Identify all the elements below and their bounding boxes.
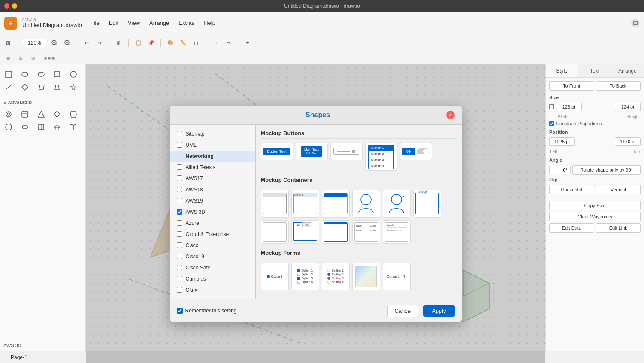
shape-adv3[interactable] <box>35 108 47 120</box>
height-field[interactable] <box>615 103 641 111</box>
shape-adv7[interactable] <box>19 121 31 133</box>
menu-extras[interactable]: Extras <box>177 19 196 27</box>
to-front-btn[interactable]: To Front <box>549 81 594 91</box>
advanced-title[interactable]: ⊳ Advanced <box>3 99 83 107</box>
sidebar-item-aws19[interactable]: AWS19 <box>170 195 255 206</box>
shape-parallelogram[interactable] <box>35 81 47 93</box>
add-btn[interactable]: + <box>243 38 252 48</box>
fullscreen-btn[interactable] <box>631 19 640 27</box>
waypoint-btn[interactable]: ⤼ <box>224 38 233 48</box>
shape-adv8[interactable] <box>35 121 47 133</box>
angle-field[interactable] <box>549 166 571 174</box>
mockup-btn-3[interactable] <box>330 143 363 160</box>
fill-btn[interactable]: 🎨 <box>166 38 175 48</box>
sidebar-item-ciscosafe[interactable]: Cisco Safe <box>170 262 255 273</box>
flip-vertical-btn[interactable]: Vertical <box>596 185 641 194</box>
shape-rect[interactable] <box>3 68 15 80</box>
zoom-out-btn[interactable] <box>63 38 72 48</box>
mockup-form-1[interactable]: Option 1 <box>261 263 289 290</box>
mockup-container-10[interactable]: LabelValue LabelValue <box>352 220 380 244</box>
shape-diamond[interactable] <box>19 81 31 93</box>
delete-btn[interactable]: 🗑 <box>114 38 124 48</box>
cisco19-checkbox[interactable] <box>177 254 182 259</box>
sitemap-checkbox[interactable] <box>177 131 182 136</box>
shape-line[interactable] <box>3 81 15 93</box>
tab-text[interactable]: Text <box>578 64 611 77</box>
sidebar-item-alliedtelesis[interactable]: Allied Telesis <box>170 162 255 173</box>
sidebar-item-aws17[interactable]: AWS17 <box>170 173 255 184</box>
mockup-container-7[interactable] <box>261 220 289 244</box>
menu-view[interactable]: View <box>126 19 142 27</box>
shape-adv5[interactable] <box>67 108 79 120</box>
shape-adv9[interactable] <box>51 121 63 133</box>
add-page-btn[interactable]: + <box>3 354 6 360</box>
shape-rounded[interactable] <box>19 68 31 80</box>
undo-btn[interactable]: ↩ <box>82 38 91 48</box>
shape-ellipse[interactable] <box>35 68 47 80</box>
aws19-checkbox[interactable] <box>177 198 182 203</box>
tab-arrange[interactable]: Arrange <box>611 64 644 77</box>
sidebar-item-cloudenterprise[interactable]: Cloud & Enterprise <box>170 229 255 240</box>
sidebar-item-sitemap[interactable]: Sitemap <box>170 128 255 139</box>
shape-adv10[interactable] <box>67 121 79 133</box>
sidebar-item-cisco19[interactable]: Cisco19 <box>170 251 255 262</box>
zoom-in-btn[interactable] <box>50 38 59 48</box>
shape-trapezoid[interactable] <box>51 81 63 93</box>
cisco-checkbox[interactable] <box>177 242 182 248</box>
canvas-area[interactable]: Shapes × Sitemap UML <box>86 64 545 363</box>
remember-checkbox[interactable] <box>177 308 183 314</box>
redo-btn[interactable]: ↪ <box>95 38 104 48</box>
sidebar-item-aws3d[interactable]: AWS 3D <box>170 206 255 218</box>
uml-checkbox[interactable] <box>177 142 182 148</box>
mockup-container-8[interactable]: Tab Tab <box>291 220 319 244</box>
shape-star[interactable] <box>67 81 79 93</box>
citrix-checkbox[interactable] <box>177 287 182 293</box>
mockup-container-1[interactable] <box>261 190 289 218</box>
mockup-btn-4[interactable]: Button 1 Button 2 Button 3 Button 4 <box>365 143 397 171</box>
mockup-container-11[interactable]: Header Content area <box>383 220 411 244</box>
aws3d-checkbox[interactable] <box>177 209 182 215</box>
aws18-checkbox[interactable] <box>177 187 182 192</box>
shape-adv6[interactable] <box>3 121 15 133</box>
add-page-icon[interactable]: + <box>32 354 35 360</box>
mockup-container-5[interactable] <box>383 190 411 218</box>
connector-btn[interactable]: → <box>211 38 220 48</box>
copy-style-btn[interactable]: 📋 <box>133 38 143 48</box>
sidebar-item-aws18[interactable]: AWS18 <box>170 184 255 195</box>
sidebar-item-uml[interactable]: UML <box>170 139 255 151</box>
page-name[interactable]: Page-1 <box>11 354 27 360</box>
edit-link-btn[interactable]: Edit Link <box>596 223 641 233</box>
top-field[interactable] <box>615 137 641 146</box>
shadow-btn[interactable]: ◻ <box>191 38 201 48</box>
mockup-form-3[interactable]: Setting 1 Setting 2 Setting 3 Setting 4 <box>322 263 350 290</box>
clear-waypoints-btn[interactable]: Clear Waypoints <box>549 212 641 221</box>
mockup-btn-2[interactable]: Main TextSub Text <box>296 143 328 160</box>
to-back-btn[interactable]: To Back <box>596 81 641 91</box>
modal-close-btn[interactable]: × <box>446 111 455 119</box>
cancel-button[interactable]: Cancel <box>387 305 419 317</box>
cisco-safe-checkbox[interactable] <box>177 265 182 270</box>
sidebar-item-cisco[interactable]: Cisco <box>170 240 255 251</box>
constrain-checkbox[interactable] <box>549 121 554 126</box>
sidebar-item-networking[interactable]: Networking <box>170 151 255 162</box>
sidebar-item-cumulus[interactable]: Cumulus <box>170 273 255 284</box>
aws17-checkbox[interactable] <box>177 175 182 181</box>
format-btn[interactable]: ⊞ <box>3 38 13 48</box>
menu-edit[interactable]: Edit <box>107 19 120 27</box>
apply-button[interactable]: Apply <box>423 305 455 317</box>
shape-square[interactable] <box>51 68 63 80</box>
mockup-container-3[interactable] <box>322 190 350 218</box>
paste-style-btn[interactable]: 📌 <box>146 38 156 48</box>
left-field[interactable] <box>549 137 575 146</box>
menu-file[interactable]: File <box>89 19 101 27</box>
mockup-btn-1[interactable]: Button Text <box>261 143 293 160</box>
menu-arrange[interactable]: Arrange <box>148 19 171 27</box>
sidebar-item-azure[interactable]: Azure <box>170 218 255 229</box>
mockup-form-5[interactable]: Option 1 ▼ <box>383 263 411 290</box>
allied-telesis-checkbox[interactable] <box>177 164 182 170</box>
mockup-btn-5[interactable]: ON <box>400 143 432 160</box>
mockup-form-2[interactable]: Option 1 Option 2 Option 3 Option 4 <box>291 263 319 290</box>
zoom-display[interactable]: 120% <box>23 39 46 47</box>
sidebar-item-citrix[interactable]: Citrix <box>170 284 255 296</box>
mockup-container-4[interactable] <box>352 190 380 218</box>
